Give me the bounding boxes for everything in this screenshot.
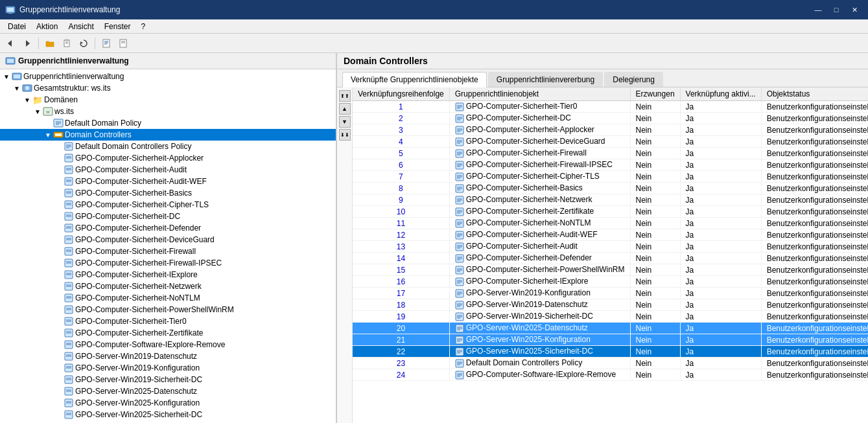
- menu-action[interactable]: Aktion: [31, 21, 63, 32]
- table-row[interactable]: 7GPO-Computer-Sicherheit-Cipher-TLSNeinJ…: [353, 171, 868, 183]
- table-row[interactable]: 6GPO-Computer-Sicherheit-Firewall-IPSECN…: [353, 159, 868, 171]
- tree-node-gpo6[interactable]: ▶GPO-Computer-Sicherheit-DC: [0, 211, 336, 222]
- table-row[interactable]: 13GPO-Computer-Sicherheit-AuditNeinJaBen…: [353, 241, 868, 253]
- tree-node-dc[interactable]: ▼ Domain Controllers: [0, 129, 336, 141]
- minimize-button[interactable]: —: [810, 3, 827, 16]
- menu-help[interactable]: ?: [135, 21, 150, 32]
- tree-node-root[interactable]: ▼ Gruppenrichtlinienverwaltung: [0, 71, 336, 82]
- cell-order: 17: [353, 288, 449, 299]
- tree-node-ddcp[interactable]: ▶ Default Domain Controllers Policy: [0, 141, 336, 152]
- tree-node-gpo4[interactable]: ▶GPO-Computer-Sicherheit-Basics: [0, 187, 336, 199]
- tree-node-mepg[interactable]: ▶ 📁 Microsoft Exchange Protected Groups: [0, 420, 336, 423]
- menu-view[interactable]: Ansicht: [63, 21, 99, 32]
- refresh-button[interactable]: [76, 36, 91, 51]
- tree-node-gpo5[interactable]: ▶GPO-Computer-Sicherheit-Cipher-TLS: [0, 199, 336, 211]
- tree-node-gpo23[interactable]: ▶GPO-Server-Win2025-Sicherheit-DC: [0, 409, 336, 420]
- expander-dc[interactable]: ▼: [43, 130, 53, 140]
- tree-node-gpo17[interactable]: ▶GPO-Computer-Software-IExplore-Remove: [0, 339, 336, 350]
- data-table-wrap[interactable]: Verknüpfungsreihenfolge Gruppenrichtlini…: [353, 87, 868, 423]
- tree-node-ddp[interactable]: ▶ Default Domain Policy: [0, 117, 336, 129]
- cell-status: Benutzerkonfigurationseinstellung: [761, 113, 868, 124]
- expander-wsits[interactable]: ▼: [32, 106, 43, 117]
- tree-node-gpo8[interactable]: ▶GPO-Computer-Sicherheit-DeviceGuard: [0, 234, 336, 246]
- table-row[interactable]: 8GPO-Computer-Sicherheit-BasicsNeinJaBen…: [353, 183, 868, 194]
- tab-delegierung[interactable]: Delegierung: [604, 72, 663, 87]
- order-bottom-button[interactable]: ⬇⬇: [339, 129, 351, 141]
- order-top-button[interactable]: ⬆⬆: [339, 90, 351, 102]
- gpo-table: Verknüpfungsreihenfolge Gruppenrichtlini…: [353, 87, 868, 381]
- cell-gpo: Default Domain Controllers Policy: [449, 358, 630, 369]
- table-row[interactable]: 11GPO-Computer-Sicherheit-NoNTLMNeinJaBe…: [353, 218, 868, 229]
- gpo-name: GPO-Computer-Sicherheit-Firewall: [466, 148, 587, 157]
- gpo-icon: [455, 161, 464, 170]
- tree-node-gpo21[interactable]: ▶GPO-Server-Win2025-Datenschutz: [0, 385, 336, 397]
- maximize-button[interactable]: □: [828, 3, 845, 16]
- tree-node-gpo15[interactable]: ▶GPO-Computer-Sicherheit-Tier0: [0, 315, 336, 327]
- table-row[interactable]: 3GPO-Computer-Sicherheit-ApplockerNeinJa…: [353, 124, 868, 136]
- table-body: 1GPO-Computer-Sicherheit-Tier0NeinJaBenu…: [353, 101, 868, 381]
- expander-domains[interactable]: ▼: [22, 95, 32, 105]
- table-row[interactable]: 17GPO-Server-Win2019-KonfigurationNeinJa…: [353, 288, 868, 299]
- tree-node-gpo2[interactable]: ▶GPO-Computer-Sicherheit-Audit: [0, 164, 336, 176]
- tab-vererbung[interactable]: Gruppenrichtlinienvererbung: [488, 72, 603, 87]
- table-row[interactable]: 21GPO-Server-Win2025-KonfigurationNeinJa…: [353, 334, 868, 346]
- toolbar: [0, 34, 868, 53]
- table-row[interactable]: 19GPO-Server-Win2019-Sicherheit-DCNeinJa…: [353, 311, 868, 323]
- table-row[interactable]: 16GPO-Computer-Sicherheit-IExploreNeinJa…: [353, 276, 868, 288]
- folder-button[interactable]: [42, 36, 58, 51]
- tree-node-gpo1[interactable]: ▶GPO-Computer-Sicherheit-Applocker: [0, 152, 336, 164]
- tree-node-gpo18[interactable]: ▶GPO-Server-Win2019-Datenschutz: [0, 350, 336, 362]
- tree-node-gpo10[interactable]: ▶GPO-Computer-Sicherheit-Firewall-IPSEC: [0, 257, 336, 269]
- menu-window[interactable]: Fenster: [99, 21, 136, 32]
- cell-active: Ja: [680, 113, 761, 124]
- back-button[interactable]: [3, 36, 18, 51]
- gpo8-label: GPO-Computer-Sicherheit-DeviceGuard: [75, 235, 215, 244]
- tree-node-forest[interactable]: ▼ Gesamtstruktur: ws.its: [0, 82, 336, 94]
- tab-verknuepft[interactable]: Verknüpfte Gruppenrichtlinienobjekte: [342, 72, 487, 87]
- table-row[interactable]: 10GPO-Computer-Sicherheit-ZertifikateNei…: [353, 206, 868, 218]
- tree-node-gpo7[interactable]: ▶GPO-Computer-Sicherheit-Defender: [0, 222, 336, 234]
- gpo15-label: GPO-Computer-Sicherheit-Tier0: [75, 317, 187, 326]
- order-down-button[interactable]: ▼: [339, 116, 351, 128]
- forward-button[interactable]: [19, 36, 35, 51]
- tree-node-gpo19[interactable]: ▶GPO-Server-Win2019-Konfiguration: [0, 362, 336, 374]
- expander-root[interactable]: ▼: [1, 71, 12, 82]
- tree-node-gpo20[interactable]: ▶GPO-Server-Win2019-Sicherheit-DC: [0, 374, 336, 385]
- tree-node-gpo22[interactable]: ▶GPO-Server-Win2025-Konfiguration: [0, 397, 336, 409]
- gpo18-label: GPO-Server-Win2019-Datenschutz: [75, 352, 197, 361]
- doc-button1[interactable]: [99, 36, 114, 51]
- gpo-icon: [455, 149, 464, 158]
- table-row[interactable]: 22GPO-Server-Win2025-Sicherheit-DCNeinJa…: [353, 346, 868, 358]
- table-row[interactable]: 23Default Domain Controllers PolicyNeinJ…: [353, 358, 868, 369]
- table-row[interactable]: 20GPO-Server-Win2025-DatenschutzNeinJaBe…: [353, 323, 868, 334]
- order-up-button[interactable]: ▲: [339, 103, 351, 115]
- cell-order: 5: [353, 148, 449, 159]
- table-row[interactable]: 24GPO-Computer-Software-IExplore-RemoveN…: [353, 369, 868, 381]
- tree-container[interactable]: ▼ Gruppenrichtlinienverwaltung ▼ Gesamts…: [0, 69, 336, 423]
- tree-node-gpo11[interactable]: ▶GPO-Computer-Sicherheit-IExplore: [0, 269, 336, 280]
- table-row[interactable]: 4GPO-Computer-Sicherheit-DeviceGuardNein…: [353, 136, 868, 148]
- tree-node-gpo3[interactable]: ▶GPO-Computer-Sicherheit-Audit-WEF: [0, 176, 336, 187]
- table-row[interactable]: 1GPO-Computer-Sicherheit-Tier0NeinJaBenu…: [353, 101, 868, 113]
- tree-node-gpo9[interactable]: ▶GPO-Computer-Sicherheit-Firewall: [0, 246, 336, 257]
- cell-enforced: Nein: [630, 148, 680, 159]
- tree-node-gpo13[interactable]: ▶GPO-Computer-Sicherheit-NoNTLM: [0, 292, 336, 304]
- table-row[interactable]: 9GPO-Computer-Sicherheit-NetzwerkNeinJaB…: [353, 194, 868, 206]
- table-row[interactable]: 2GPO-Computer-Sicherheit-DCNeinJaBenutze…: [353, 113, 868, 124]
- table-row[interactable]: 14GPO-Computer-Sicherheit-DefenderNeinJa…: [353, 253, 868, 264]
- table-row[interactable]: 18GPO-Server-Win2019-DatenschutzNeinJaBe…: [353, 299, 868, 311]
- clipboard-button[interactable]: [59, 36, 75, 51]
- table-row[interactable]: 5GPO-Computer-Sicherheit-FirewallNeinJaB…: [353, 148, 868, 159]
- tree-node-gpo12[interactable]: ▶GPO-Computer-Sicherheit-Netzwerk: [0, 280, 336, 292]
- cell-status: Benutzerkonfigurationseinstellung: [761, 183, 868, 194]
- expander-forest[interactable]: ▼: [12, 83, 22, 93]
- table-row[interactable]: 15GPO-Computer-Sicherheit-PowerShellWinR…: [353, 264, 868, 276]
- tree-node-wsits[interactable]: ▼ w ws.its: [0, 106, 336, 117]
- tree-node-gpo16[interactable]: ▶GPO-Computer-Sicherheit-Zertifikate: [0, 327, 336, 339]
- tree-node-domains[interactable]: ▼ 📁 Domänen: [0, 94, 336, 106]
- menu-file[interactable]: Datei: [3, 21, 31, 32]
- close-button[interactable]: ✕: [846, 3, 863, 16]
- doc-button2[interactable]: [115, 36, 131, 51]
- table-row[interactable]: 12GPO-Computer-Sicherheit-Audit-WEFNeinJ…: [353, 229, 868, 241]
- tree-node-gpo14[interactable]: ▶GPO-Computer-Sicherheit-PowerShellWinRM: [0, 304, 336, 315]
